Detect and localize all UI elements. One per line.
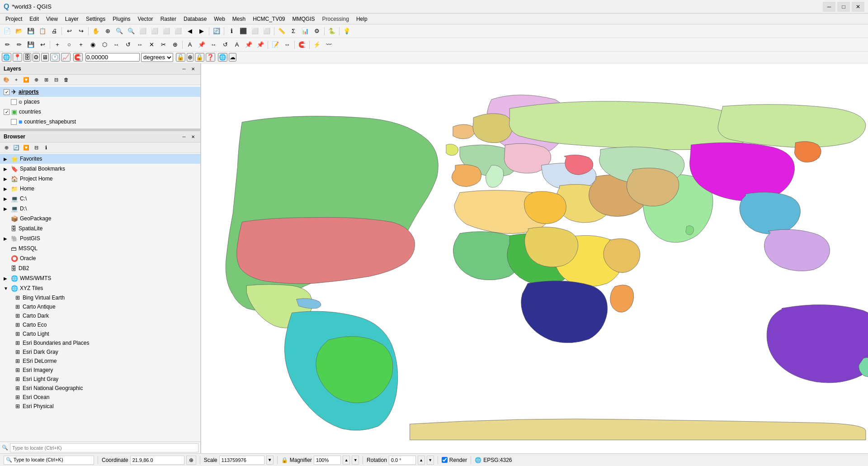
layer-checkbox-places[interactable]	[11, 99, 17, 105]
coordinate-unit-select[interactable]: degrees	[141, 53, 173, 62]
track-coordinate-button[interactable]: ⊕	[186, 456, 196, 465]
coord-lock-button[interactable]: 🔒	[195, 53, 204, 62]
qgis-server-button[interactable]: 🖥	[41, 53, 49, 62]
tips-button[interactable]: 💡	[341, 26, 352, 36]
help-contents-button[interactable]: ❓	[206, 53, 215, 62]
layer-item-places[interactable]: ⊙ places	[0, 97, 200, 107]
layer-checkbox-countries[interactable]	[4, 109, 9, 115]
menu-mmqgis[interactable]: MMQGIS	[289, 15, 319, 23]
print-button[interactable]: 🖨	[49, 26, 60, 36]
label-pin2-button[interactable]: 📌	[243, 40, 254, 50]
status-locate-input[interactable]	[4, 456, 94, 465]
browser-collapse-button[interactable]: ⊟	[32, 143, 41, 152]
select-button[interactable]: ⬛	[238, 26, 249, 36]
status-coordinate-input[interactable]	[130, 456, 184, 465]
deselect-button[interactable]: ⬜	[250, 26, 260, 36]
add-feature-button[interactable]: +	[52, 40, 63, 50]
save-button[interactable]: 💾	[25, 26, 36, 36]
label-unpin-button[interactable]: 📌	[255, 40, 266, 50]
filter-by-map-button[interactable]: ⊕	[32, 76, 41, 84]
scale-down-button[interactable]: ▼	[266, 456, 274, 465]
crs-button[interactable]: 🌐	[218, 53, 227, 62]
browser-item-mssql[interactable]: ▶ 🗃 MSSQL	[0, 243, 200, 253]
undo-button[interactable]: ↩	[64, 26, 75, 36]
delete-ring-button[interactable]: ✕	[146, 40, 157, 50]
browser-filter-button[interactable]: 🔽	[22, 143, 31, 152]
python-button[interactable]: 🐍	[326, 26, 337, 36]
add-part-button[interactable]: +	[75, 40, 86, 50]
layer-item-countries-shapeburst[interactable]: ■ countries_shapeburst	[0, 117, 200, 127]
xyz-item-esri-physical[interactable]: ⊞ Esri Physical	[0, 402, 200, 411]
minimize-button[interactable]: ─	[823, 2, 835, 12]
zoom-native-button[interactable]: ⬜	[173, 26, 184, 36]
zoom-prev-button[interactable]: ◀	[184, 26, 195, 36]
xyz-item-esri-national[interactable]: ⊞ Esri National Geographic	[0, 384, 200, 393]
browser-item-favorites[interactable]: ▶ ⭐ Favorites	[0, 154, 200, 164]
identify-button[interactable]: ℹ	[226, 26, 237, 36]
fill-ring-button[interactable]: ◉	[87, 40, 98, 50]
save-as-button[interactable]: 📋	[37, 26, 48, 36]
remove-layer-button[interactable]: 🗑	[61, 76, 71, 84]
browser-item-project-home[interactable]: ▶ 🏠 Project Home	[0, 174, 200, 184]
menu-processing[interactable]: Processing	[319, 15, 353, 23]
browser-item-db2[interactable]: ▶ 🗄 DB2	[0, 263, 200, 273]
xyz-item-esri-ocean[interactable]: ⊞ Esri Ocean	[0, 393, 200, 402]
xyz-item-esri-boundaries[interactable]: ⊞ Esri Boundaries and Places	[0, 338, 200, 347]
browser-item-spatial-bookmarks[interactable]: ▶ 🔖 Spatial Bookmarks	[0, 164, 200, 174]
browser-item-home[interactable]: ▶ 📁 Home	[0, 184, 200, 194]
xyz-item-carto-eco[interactable]: ⊞ Carto Eco	[0, 320, 200, 329]
browser-item-geopackage[interactable]: ▶ 📦 GeoPackage	[0, 214, 200, 223]
scale-feature-button[interactable]: ↔	[134, 40, 145, 50]
move-feature-button[interactable]: ↔	[111, 40, 122, 50]
change-label-button[interactable]: A	[231, 40, 242, 50]
maximize-button[interactable]: □	[837, 2, 850, 12]
add-ring-button[interactable]: ○	[64, 40, 75, 50]
zoom-next-button[interactable]: ▶	[196, 26, 207, 36]
browser-minimize-button[interactable]: ─	[180, 133, 188, 140]
browser-new-button[interactable]: ⊕	[2, 143, 11, 152]
xyz-item-carto-light[interactable]: ⊞ Carto Light	[0, 329, 200, 338]
pin-labels-button[interactable]: 📌	[196, 40, 207, 50]
rotation-input[interactable]	[389, 456, 416, 465]
menu-plugins[interactable]: Plugins	[109, 15, 134, 23]
xyz-item-bing[interactable]: ⊞ Bing Virtual Earth	[0, 293, 200, 302]
snap-enable-button[interactable]: 🧲	[73, 53, 83, 62]
temporal-button[interactable]: 🕐	[50, 53, 60, 62]
browser-item-d-drive[interactable]: ▶ 💻 D:\	[0, 204, 200, 214]
layers-minimize-button[interactable]: ─	[180, 65, 188, 72]
new-project-button[interactable]: 📄	[2, 26, 13, 36]
move-annotation-button[interactable]: ↔	[282, 40, 292, 50]
xyz-item-carto-antique[interactable]: ⊞ Carto Antique	[0, 302, 200, 311]
xyz-item-esri-delorme[interactable]: ⊞ ESri DeLorme	[0, 357, 200, 366]
merge-features-button[interactable]: ⊕	[170, 40, 180, 50]
browser-properties-button[interactable]: ℹ	[42, 143, 51, 152]
menu-raster[interactable]: Raster	[157, 15, 180, 23]
coordinate-input[interactable]	[85, 53, 140, 62]
magnifier-input[interactable]	[314, 456, 341, 465]
snap-magnet-button[interactable]: 🧲	[297, 40, 307, 50]
render-checkbox[interactable]	[442, 457, 448, 463]
attribute-table-button[interactable]: 📊	[300, 26, 311, 36]
rollback-button[interactable]: ↩	[37, 40, 48, 50]
pan-tool[interactable]: ✋	[90, 26, 101, 36]
refresh-button[interactable]: 🔄	[211, 26, 222, 36]
menu-view[interactable]: View	[42, 15, 61, 23]
coord-track-button[interactable]: ⊕	[187, 53, 193, 62]
zoom-in-button[interactable]: 🔍	[114, 26, 125, 36]
georef-button[interactable]: 📍	[13, 53, 22, 62]
message-log-button[interactable]: ☁	[229, 53, 236, 62]
split-features-button[interactable]: ✂	[158, 40, 169, 50]
lock-scale-button[interactable]: 🔓	[176, 53, 185, 62]
collapse-all-button[interactable]: ⊟	[52, 76, 61, 84]
map-area[interactable]	[201, 63, 868, 453]
scale-input[interactable]	[219, 456, 264, 465]
move-label-button[interactable]: ↔	[208, 40, 219, 50]
annotation-button[interactable]: 📝	[270, 40, 281, 50]
trace-button[interactable]: 〰	[323, 40, 334, 50]
processing-toolbox-button[interactable]: ⚙	[33, 53, 40, 62]
browser-refresh-button[interactable]: 🔄	[12, 143, 21, 152]
statistics-button[interactable]: Σ	[288, 26, 299, 36]
layer-item-countries[interactable]: ▣ countries	[0, 107, 200, 117]
browser-item-c-drive[interactable]: ▶ 💻 C:\	[0, 194, 200, 204]
menu-layer[interactable]: Layer	[61, 15, 82, 23]
